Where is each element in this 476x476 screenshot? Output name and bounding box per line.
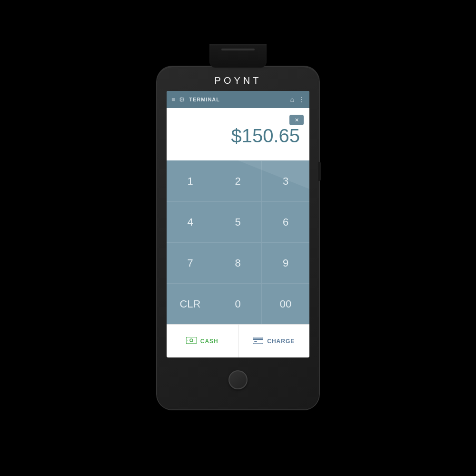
amount-display: $150.65 bbox=[174, 125, 302, 147]
key-3[interactable]: 3 bbox=[262, 160, 309, 201]
home-button[interactable] bbox=[228, 370, 248, 389]
credit-card-icon bbox=[253, 337, 263, 346]
backspace-button[interactable]: ✕ bbox=[289, 115, 304, 125]
key-4[interactable]: 4 bbox=[167, 201, 214, 242]
key-5[interactable]: 5 bbox=[214, 201, 262, 242]
action-bar: CASH CHARGE bbox=[167, 324, 309, 357]
cash-label: CASH bbox=[200, 338, 218, 345]
terminal-label: TERMINAL bbox=[189, 97, 220, 102]
brand-name: POYNT bbox=[215, 75, 262, 86]
key-00[interactable]: 00 bbox=[262, 283, 309, 324]
key-9[interactable]: 9 bbox=[262, 242, 309, 283]
backspace-icon: ✕ bbox=[295, 117, 299, 123]
top-bar-left: ≡ ⚙ TERMINAL bbox=[171, 96, 290, 103]
charge-button[interactable]: CHARGE bbox=[238, 325, 310, 357]
key-1[interactable]: 1 bbox=[167, 160, 214, 201]
key-0[interactable]: 0 bbox=[214, 283, 262, 324]
key-2[interactable]: 2 bbox=[214, 160, 262, 201]
settings-icon[interactable]: ⚙ bbox=[179, 96, 185, 103]
menu-icon[interactable]: ≡ bbox=[171, 96, 175, 103]
device: POYNT ≡ ⚙ TERMINAL ⌂ ⋮ ✕ $150.65 1234567… bbox=[157, 67, 319, 409]
card-reader bbox=[209, 44, 267, 68]
card-slot bbox=[221, 49, 255, 50]
svg-rect-4 bbox=[253, 337, 263, 344]
svg-point-1 bbox=[190, 339, 193, 342]
key-8[interactable]: 8 bbox=[214, 242, 262, 283]
screen: ≡ ⚙ TERMINAL ⌂ ⋮ ✕ $150.65 123456789CLR0… bbox=[167, 91, 309, 357]
key-clr[interactable]: CLR bbox=[167, 283, 214, 324]
key-7[interactable]: 7 bbox=[167, 242, 214, 283]
top-bar: ≡ ⚙ TERMINAL ⌂ ⋮ bbox=[167, 91, 309, 108]
charge-label: CHARGE bbox=[267, 338, 295, 345]
brand-area: POYNT bbox=[157, 67, 319, 91]
home-icon[interactable]: ⌂ bbox=[290, 96, 294, 103]
keypad-area: 123456789CLR000 bbox=[167, 160, 309, 324]
amount-area: ✕ $150.65 bbox=[167, 108, 309, 160]
keypad-grid: 123456789CLR000 bbox=[167, 160, 309, 324]
cash-button[interactable]: CASH bbox=[167, 325, 238, 357]
more-options-icon[interactable]: ⋮ bbox=[298, 96, 305, 103]
cash-icon bbox=[186, 336, 197, 346]
svg-rect-5 bbox=[253, 338, 263, 340]
bottom-area bbox=[228, 357, 248, 409]
key-6[interactable]: 6 bbox=[262, 201, 309, 242]
top-bar-right: ⌂ ⋮ bbox=[290, 96, 305, 103]
side-button[interactable] bbox=[318, 162, 321, 181]
svg-rect-6 bbox=[254, 341, 257, 342]
